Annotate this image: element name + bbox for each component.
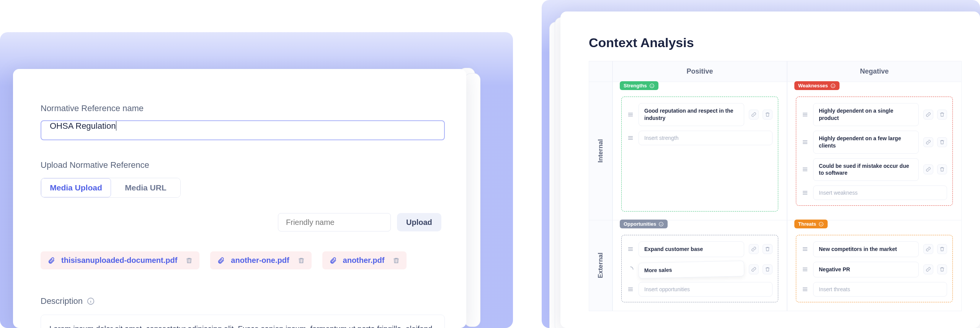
link-icon[interactable] [923,164,933,174]
link-icon[interactable] [923,264,933,274]
list-item: Negative PR [802,262,947,277]
item-text[interactable]: Could be sued if mistake occur due to so… [813,158,919,181]
add-item-row: Insert threats [802,282,947,297]
drag-handle-icon[interactable] [627,134,634,141]
weaknesses-quadrant: Weaknesses Highly dependent on a single … [787,82,962,220]
link-icon[interactable] [923,110,933,120]
list-item: Highly dependent on a single product [802,103,947,126]
weaknesses-tag: Weaknesses [794,81,840,90]
drag-handle-icon[interactable] [802,266,808,273]
strengths-quadrant: Strengths Good reputation and respect in… [612,82,787,220]
file-name: another.pdf [343,256,385,265]
normative-reference-form: Normative Reference name OHSA Regulation… [13,69,466,328]
column-header-negative: Negative [787,61,962,82]
file-chip: another.pdf [322,251,407,269]
link-icon[interactable] [749,264,759,274]
add-item-row: Insert weakness [802,185,947,200]
file-chip: thisisanuploaded-document.pdf [41,251,199,269]
spinner-icon [627,266,634,273]
item-text[interactable]: Expand customer base [639,241,744,257]
description-textarea[interactable]: Lorem ipsum dolor sit amet, consectetur … [41,315,445,328]
file-name: thisisanuploaded-document.pdf [61,256,177,265]
info-icon [830,83,836,89]
upload-button[interactable]: Upload [397,213,441,231]
list-item: New competitors in the market [802,241,947,257]
add-item-row: Insert opportunities [627,282,773,297]
drag-handle-icon[interactable] [627,111,634,118]
paperclip-icon [329,257,337,264]
file-name: another-one.pdf [231,256,289,265]
placeholder-input[interactable]: Insert weakness [813,185,947,200]
drag-handle-icon[interactable] [627,246,634,253]
page-title: Context Analysis [589,35,962,50]
strengths-tag: Strengths [620,81,658,90]
placeholder-input[interactable]: Insert opportunities [639,282,773,297]
link-icon[interactable] [749,244,759,254]
item-text[interactable]: Highly dependent on a few large clients [813,131,919,154]
description-label: Description [41,296,83,306]
threats-quadrant: Threats New competitors in the market [787,220,962,311]
drag-handle-icon[interactable] [802,286,808,293]
trash-icon[interactable] [937,137,947,147]
upload-mode-tabs: Media Upload Media URL [41,178,181,198]
trash-icon[interactable] [937,244,947,254]
drag-handle-icon[interactable] [802,246,808,253]
opportunities-tag: Opportunities [620,220,668,228]
row-header-internal: Internal [597,139,604,162]
friendly-name-input[interactable] [278,213,391,231]
drag-handle-icon[interactable] [627,286,634,293]
link-icon[interactable] [923,137,933,147]
name-input[interactable]: OHSA Regulation [41,120,445,140]
trash-icon[interactable] [937,164,947,174]
trash-icon[interactable] [937,264,947,274]
name-input-value: OHSA Regulation [50,121,116,131]
trash-icon[interactable] [937,110,947,120]
context-analysis-panel: Context Analysis Positive Negative Inter… [560,11,980,328]
tab-media-url[interactable]: Media URL [111,178,180,197]
column-header-positive: Positive [612,61,787,82]
info-icon [649,83,655,89]
name-field-label: Normative Reference name [41,103,439,113]
info-icon [818,221,824,227]
list-item: Highly dependent on a few large clients [802,131,947,154]
tab-media-upload[interactable]: Media Upload [41,178,111,197]
opportunities-quadrant: Opportunities Expand customer base [612,220,787,311]
placeholder-input[interactable]: Insert threats [813,282,947,297]
list-item: Good reputation and respect in the indus… [627,103,773,126]
link-icon[interactable] [749,110,759,120]
placeholder-input[interactable]: Insert strength [639,131,773,145]
info-icon [658,221,664,227]
trash-icon[interactable] [186,257,193,264]
paperclip-icon [217,257,225,264]
trash-icon[interactable] [393,257,400,264]
trash-icon[interactable] [763,244,773,254]
item-text[interactable]: Good reputation and respect in the indus… [639,103,744,126]
uploaded-files: thisisanuploaded-document.pdf another-on… [41,251,439,269]
list-item: More sales [627,262,773,277]
drag-handle-icon[interactable] [802,189,808,196]
info-icon [87,297,95,305]
item-text[interactable]: New competitors in the market [813,241,919,257]
file-chip: another-one.pdf [210,251,311,269]
threats-tag: Threats [794,220,828,228]
add-item-row: Insert strength [627,131,773,145]
list-item: Could be sued if mistake occur due to so… [802,158,947,181]
drag-handle-icon[interactable] [802,139,808,146]
item-text[interactable]: Negative PR [813,262,919,277]
trash-icon[interactable] [763,264,773,274]
row-header-external: External [597,253,604,278]
drag-handle-icon[interactable] [802,111,808,118]
item-text[interactable]: Highly dependent on a single product [813,103,919,126]
list-item: Expand customer base [627,241,773,257]
paperclip-icon [47,257,55,264]
trash-icon[interactable] [298,257,305,264]
trash-icon[interactable] [763,110,773,120]
drag-handle-icon[interactable] [802,166,808,173]
upload-section-label: Upload Normative Reference [41,160,439,170]
item-text[interactable]: More sales [639,261,745,279]
link-icon[interactable] [923,244,933,254]
